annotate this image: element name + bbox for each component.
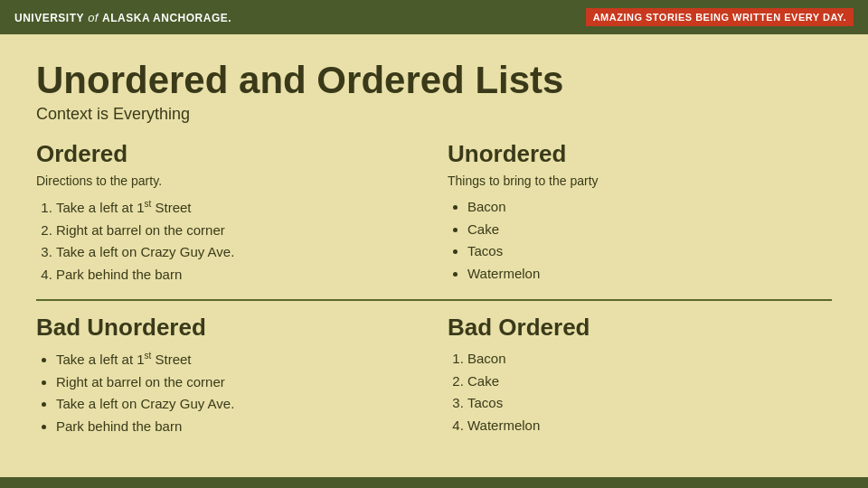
bad-unordered-list: Take a left at 1st Street Right at barre… (36, 349, 420, 436)
list-item: Right at barrel on the corner (56, 221, 420, 241)
list-item: Cake (467, 220, 832, 240)
bad-unordered-heading: Bad Unordered (36, 314, 420, 342)
list-item: Take a left on Crazy Guy Ave. (56, 394, 420, 415)
bottom-columns: Bad Unordered Take a left at 1st Street … (36, 314, 832, 438)
list-item: Tacos (467, 393, 832, 414)
slide-title: Unordered and Ordered Lists (36, 60, 832, 101)
ordered-heading: Ordered (36, 140, 420, 168)
unordered-description: Things to bring to the party (448, 174, 832, 188)
unordered-column: Unordered Things to bring to the party B… (448, 140, 832, 286)
university-logo: University of Alaska Anchorage. (14, 11, 231, 24)
list-item: Bacon (467, 197, 832, 218)
list-item: Right at barrel on the corner (56, 372, 420, 393)
bad-ordered-heading: Bad Ordered (448, 314, 832, 342)
bad-unordered-column: Bad Unordered Take a left at 1st Street … (36, 314, 448, 438)
list-item: Cake (467, 371, 832, 392)
top-columns: Ordered Directions to the party. Take a … (36, 140, 832, 286)
bad-ordered-column: Bad Ordered Bacon Cake Tacos Watermelon (448, 314, 832, 438)
list-item: Tacos (467, 241, 832, 262)
tagline: Amazing Stories Being Written Every Day. (586, 8, 854, 26)
unordered-list: Bacon Cake Tacos Watermelon (448, 197, 832, 284)
list-item: Watermelon (467, 264, 832, 285)
ordered-column: Ordered Directions to the party. Take a … (36, 140, 448, 286)
bad-ordered-list: Bacon Cake Tacos Watermelon (448, 349, 832, 436)
ordered-list: Take a left at 1st Street Right at barre… (36, 197, 420, 285)
header-bar: University of Alaska Anchorage. Amazing … (0, 0, 868, 34)
section-divider (36, 299, 832, 301)
footer-bar (0, 477, 868, 488)
list-item: Take a left at 1st Street (56, 197, 420, 219)
ordered-description: Directions to the party. (36, 174, 420, 188)
list-item: Take a left at 1st Street (56, 349, 420, 371)
list-item: Park behind the barn (56, 417, 420, 437)
list-item: Take a left on Crazy Guy Ave. (56, 242, 420, 263)
slide-content: Unordered and Ordered Lists Context is E… (0, 34, 868, 477)
slide-subtitle: Context is Everything (36, 105, 832, 124)
slide: University of Alaska Anchorage. Amazing … (0, 0, 868, 488)
list-item: Watermelon (467, 416, 832, 436)
unordered-heading: Unordered (448, 140, 832, 168)
list-item: Park behind the barn (56, 265, 420, 286)
list-item: Bacon (467, 349, 832, 370)
